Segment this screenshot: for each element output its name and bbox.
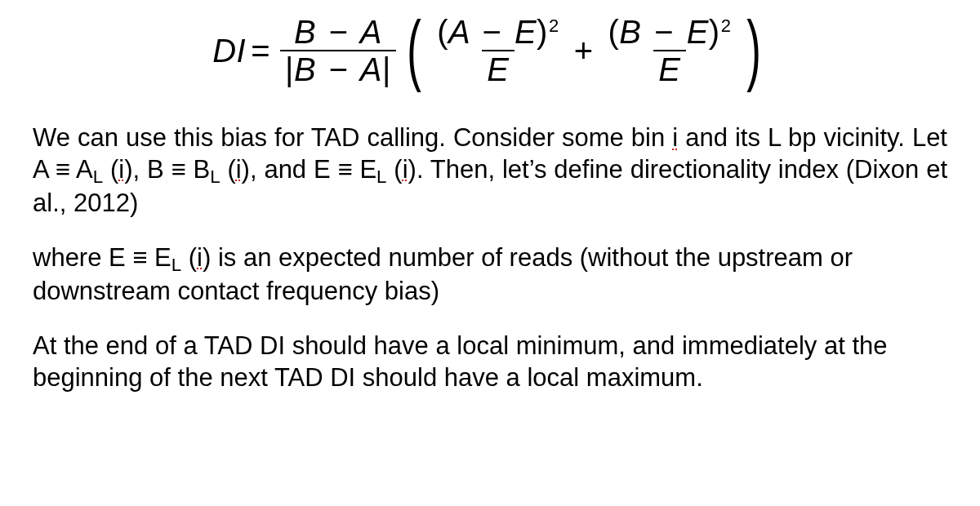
di-formula: DI = B − A |B − A| ( (A − E)2 E + xyxy=(33,11,947,90)
formula-lhs: DI xyxy=(212,34,246,67)
term-a: (A − E)2 E xyxy=(432,14,564,87)
open-paren: ( xyxy=(407,10,421,88)
sign-fraction: B − A |B − A| xyxy=(280,14,396,87)
spellcheck-underline: i xyxy=(236,155,242,184)
close-paren: ) xyxy=(747,10,762,88)
equals-sign: = xyxy=(251,34,270,67)
document-page: DI = B − A |B − A| ( (A − E)2 E + xyxy=(0,0,980,433)
spellcheck-underline: i xyxy=(197,243,203,272)
plus-sign: + xyxy=(574,34,594,67)
paragraph-minmax: At the end of a TAD DI should have a loc… xyxy=(33,331,947,394)
paragraph-expected: where E ≡ EL (i) is an expected number o… xyxy=(33,242,947,308)
term-b: (B − E)2 E xyxy=(604,14,737,87)
spellcheck-underline: i xyxy=(403,155,408,184)
paragraph-definition: We can use this bias for TAD calling. Co… xyxy=(33,122,947,220)
